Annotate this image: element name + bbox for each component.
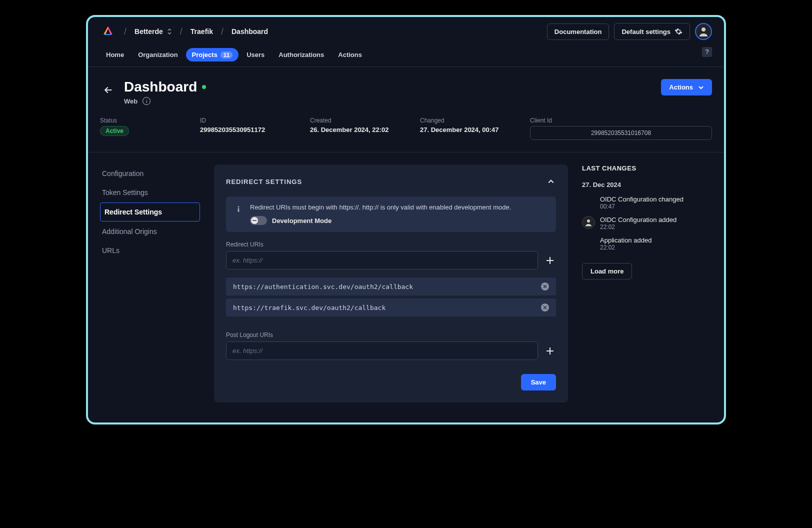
change-time: 22:02: [600, 224, 676, 230]
sidenav-token-settings[interactable]: Token Settings: [100, 184, 200, 202]
sidenav-configuration[interactable]: Configuration: [100, 164, 200, 182]
page-subtitle: Web: [124, 98, 138, 105]
close-icon: [543, 306, 547, 310]
default-settings-button[interactable]: Default settings: [614, 23, 690, 40]
meta-status-label: Status: [100, 117, 190, 124]
change-text: Application added: [600, 236, 652, 244]
dev-mode-row: Development Mode: [250, 216, 511, 225]
actions-button-label: Actions: [669, 84, 693, 91]
info-icon[interactable]: i: [142, 97, 150, 105]
breadcrumb-sep: /: [177, 26, 186, 37]
breadcrumb-page[interactable]: Dashboard: [232, 28, 268, 36]
client-id-box[interactable]: 299852035531016708: [530, 126, 712, 140]
title-block: Dashboard Web i: [124, 79, 653, 105]
page-title: Dashboard: [124, 79, 197, 95]
breadcrumb: / Betterde / Traefik / Dashboard: [121, 26, 542, 37]
svg-point-0: [702, 28, 706, 32]
content: Dashboard Web i Actions Status Active ID: [88, 67, 724, 402]
last-changes-title: LAST CHANGES: [582, 164, 712, 172]
change-avatar-placeholder: [582, 236, 595, 250]
meta-clientid: Client Id 299852035531016708: [530, 117, 712, 140]
nav-users[interactable]: Users: [240, 48, 270, 62]
plus-icon: [546, 346, 554, 356]
page-header: Dashboard Web i Actions: [100, 79, 712, 105]
nav-projects-label: Projects: [192, 51, 218, 58]
save-button[interactable]: Save: [521, 374, 556, 390]
breadcrumb-sep: /: [121, 26, 130, 37]
breadcrumb-org-label: Betterde: [134, 28, 163, 36]
meta-created-value: 26. December 2024, 22:02: [310, 126, 410, 134]
selector-icon: [167, 28, 172, 35]
sidenav: Configuration Token Settings Redirect Se…: [100, 164, 200, 402]
status-dot-icon: [202, 85, 206, 89]
nav-actions[interactable]: Actions: [332, 48, 368, 62]
add-redirect-uri-button[interactable]: [544, 254, 556, 266]
remove-uri-button[interactable]: [541, 282, 549, 290]
app-window: / Betterde / Traefik / Dashboard Documen…: [86, 15, 726, 424]
user-avatar[interactable]: [695, 23, 712, 40]
main-nav: Home Organization Projects 11 Users Auth…: [88, 46, 724, 67]
redirect-uri-value: https://authentication.svc.dev/oauth2/ca…: [233, 283, 413, 290]
banner-content: Redirect URIs must begin with https://. …: [250, 204, 511, 225]
sidenav-additional-origins[interactable]: Additional Origins: [100, 222, 200, 240]
meta-changed-value: 27. December 2024, 00:47: [420, 126, 520, 134]
chevron-down-icon: [698, 84, 704, 90]
change-time: 22:02: [600, 244, 652, 251]
meta-changed-label: Changed: [420, 117, 520, 124]
nav-authorizations[interactable]: Authorizations: [272, 48, 330, 62]
redirect-uri-value: https://traefik.svc.dev/oauth2/callback: [233, 304, 386, 312]
panel-footer: Save: [226, 374, 556, 390]
meta-clientid-label: Client Id: [530, 117, 712, 124]
change-row: OIDC Configuration changed 00:47: [582, 196, 712, 210]
change-time: 00:47: [600, 203, 684, 210]
info-banner: Redirect URIs must begin with https://. …: [226, 196, 556, 232]
svg-rect-2: [238, 208, 240, 212]
change-avatar: [582, 216, 595, 229]
post-logout-label: Post Logout URIs: [226, 332, 556, 338]
meta-changed: Changed 27. December 2024, 00:47: [420, 117, 520, 140]
back-button[interactable]: [100, 82, 116, 98]
dev-mode-label: Development Mode: [272, 217, 332, 224]
actions-button[interactable]: Actions: [661, 79, 712, 96]
breadcrumb-sep: /: [218, 26, 226, 37]
gear-icon: [674, 28, 682, 36]
load-more-button[interactable]: Load more: [582, 263, 632, 280]
remove-uri-button[interactable]: [541, 304, 549, 312]
meta-created: Created 26. December 2024, 22:02: [310, 117, 410, 140]
breadcrumb-project[interactable]: Traefik: [190, 28, 213, 36]
close-icon: [543, 284, 547, 288]
redirect-uri-row: https://traefik.svc.dev/oauth2/callback: [226, 298, 556, 316]
meta-created-label: Created: [310, 117, 410, 124]
dev-mode-toggle[interactable]: [250, 216, 267, 225]
nav-projects-badge: 11: [220, 52, 232, 58]
help-button[interactable]: ?: [702, 47, 712, 57]
sidenav-urls[interactable]: URLs: [100, 242, 200, 260]
nav-home[interactable]: Home: [100, 48, 130, 62]
topbar: / Betterde / Traefik / Dashboard Documen…: [88, 17, 724, 46]
settings-panel: REDIRECT SETTINGS Redirect URIs must beg…: [214, 164, 568, 402]
meta-status: Status Active: [100, 117, 190, 140]
redirect-uri-input-row: [226, 251, 556, 270]
svg-point-1: [238, 206, 240, 208]
redirect-uri-row: https://authentication.svc.dev/oauth2/ca…: [226, 278, 556, 296]
change-text: OIDC Configuration changed: [600, 196, 684, 203]
sidenav-redirect-settings[interactable]: Redirect Settings: [100, 202, 200, 222]
documentation-button[interactable]: Documentation: [547, 24, 610, 40]
nav-projects[interactable]: Projects 11: [186, 48, 239, 62]
panel-title: REDIRECT SETTINGS: [226, 178, 302, 186]
changes-date-header: 27. Dec 2024: [582, 181, 712, 188]
post-logout-input-row: [226, 342, 556, 360]
change-row: Application added 22:02: [582, 236, 712, 251]
add-post-logout-button[interactable]: [544, 345, 556, 357]
banner-text: Redirect URIs must begin with https://. …: [250, 204, 511, 211]
collapse-button[interactable]: [546, 176, 556, 186]
redirect-uri-input[interactable]: [226, 251, 538, 270]
nav-organization[interactable]: Organization: [132, 48, 184, 62]
breadcrumb-org[interactable]: Betterde: [134, 28, 172, 36]
post-logout-input[interactable]: [226, 342, 538, 360]
redirect-uris-label: Redirect URIs: [226, 241, 556, 248]
panel-header: REDIRECT SETTINGS: [226, 176, 556, 186]
meta-id-value: 299852035530951172: [200, 126, 300, 134]
svg-point-3: [587, 220, 590, 222]
change-text: OIDC Configuration added: [600, 216, 676, 224]
